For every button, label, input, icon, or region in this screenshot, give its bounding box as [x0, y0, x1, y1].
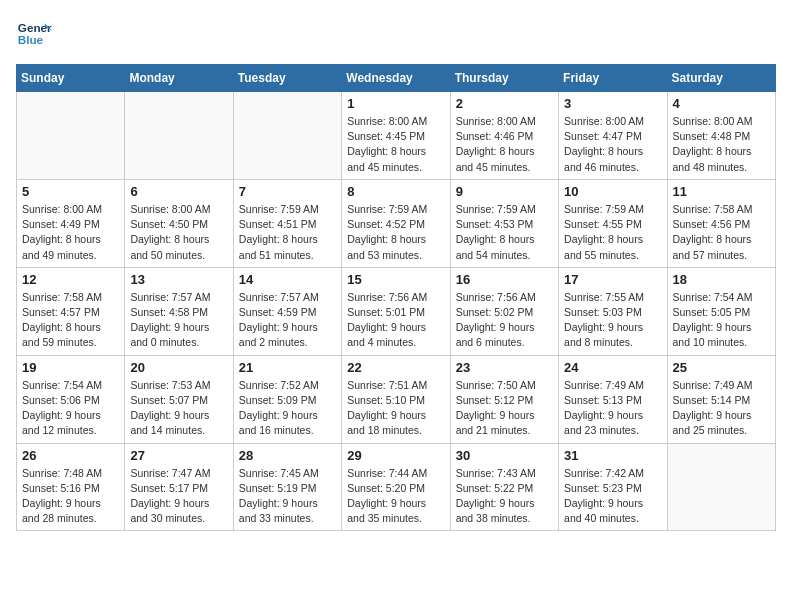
day-number: 16: [456, 272, 553, 287]
calendar-header: SundayMondayTuesdayWednesdayThursdayFrid…: [17, 65, 776, 92]
day-number: 1: [347, 96, 444, 111]
day-info: Sunrise: 7:45 AMSunset: 5:19 PMDaylight:…: [239, 466, 336, 527]
day-info: Sunrise: 8:00 AMSunset: 4:46 PMDaylight:…: [456, 114, 553, 175]
weekday-header-tuesday: Tuesday: [233, 65, 341, 92]
day-info: Sunrise: 7:52 AMSunset: 5:09 PMDaylight:…: [239, 378, 336, 439]
day-info: Sunrise: 7:59 AMSunset: 4:52 PMDaylight:…: [347, 202, 444, 263]
day-number: 23: [456, 360, 553, 375]
calendar-cell: 26Sunrise: 7:48 AMSunset: 5:16 PMDayligh…: [17, 443, 125, 531]
calendar-cell: 17Sunrise: 7:55 AMSunset: 5:03 PMDayligh…: [559, 267, 667, 355]
calendar-cell: 1Sunrise: 8:00 AMSunset: 4:45 PMDaylight…: [342, 92, 450, 180]
calendar-cell: 7Sunrise: 7:59 AMSunset: 4:51 PMDaylight…: [233, 179, 341, 267]
day-info: Sunrise: 8:00 AMSunset: 4:50 PMDaylight:…: [130, 202, 227, 263]
day-info: Sunrise: 7:49 AMSunset: 5:13 PMDaylight:…: [564, 378, 661, 439]
day-number: 3: [564, 96, 661, 111]
day-info: Sunrise: 7:56 AMSunset: 5:02 PMDaylight:…: [456, 290, 553, 351]
day-info: Sunrise: 7:44 AMSunset: 5:20 PMDaylight:…: [347, 466, 444, 527]
weekday-header-row: SundayMondayTuesdayWednesdayThursdayFrid…: [17, 65, 776, 92]
day-info: Sunrise: 8:00 AMSunset: 4:49 PMDaylight:…: [22, 202, 119, 263]
calendar-cell: 21Sunrise: 7:52 AMSunset: 5:09 PMDayligh…: [233, 355, 341, 443]
calendar-cell: 20Sunrise: 7:53 AMSunset: 5:07 PMDayligh…: [125, 355, 233, 443]
weekday-header-sunday: Sunday: [17, 65, 125, 92]
calendar-cell: 28Sunrise: 7:45 AMSunset: 5:19 PMDayligh…: [233, 443, 341, 531]
day-info: Sunrise: 7:48 AMSunset: 5:16 PMDaylight:…: [22, 466, 119, 527]
calendar-cell: 8Sunrise: 7:59 AMSunset: 4:52 PMDaylight…: [342, 179, 450, 267]
day-number: 31: [564, 448, 661, 463]
day-number: 4: [673, 96, 770, 111]
calendar-cell: 31Sunrise: 7:42 AMSunset: 5:23 PMDayligh…: [559, 443, 667, 531]
calendar-cell: 18Sunrise: 7:54 AMSunset: 5:05 PMDayligh…: [667, 267, 775, 355]
day-info: Sunrise: 7:42 AMSunset: 5:23 PMDaylight:…: [564, 466, 661, 527]
day-number: 17: [564, 272, 661, 287]
day-number: 20: [130, 360, 227, 375]
calendar-cell: 12Sunrise: 7:58 AMSunset: 4:57 PMDayligh…: [17, 267, 125, 355]
day-number: 30: [456, 448, 553, 463]
calendar-cell: 25Sunrise: 7:49 AMSunset: 5:14 PMDayligh…: [667, 355, 775, 443]
calendar-cell: 19Sunrise: 7:54 AMSunset: 5:06 PMDayligh…: [17, 355, 125, 443]
weekday-header-thursday: Thursday: [450, 65, 558, 92]
day-number: 21: [239, 360, 336, 375]
week-row-0: 1Sunrise: 8:00 AMSunset: 4:45 PMDaylight…: [17, 92, 776, 180]
day-info: Sunrise: 7:53 AMSunset: 5:07 PMDaylight:…: [130, 378, 227, 439]
day-info: Sunrise: 7:54 AMSunset: 5:05 PMDaylight:…: [673, 290, 770, 351]
calendar-cell: 11Sunrise: 7:58 AMSunset: 4:56 PMDayligh…: [667, 179, 775, 267]
calendar-cell: 16Sunrise: 7:56 AMSunset: 5:02 PMDayligh…: [450, 267, 558, 355]
calendar-cell: [233, 92, 341, 180]
day-info: Sunrise: 7:49 AMSunset: 5:14 PMDaylight:…: [673, 378, 770, 439]
logo-icon: General Blue: [16, 16, 52, 52]
day-number: 18: [673, 272, 770, 287]
day-info: Sunrise: 7:58 AMSunset: 4:57 PMDaylight:…: [22, 290, 119, 351]
day-number: 13: [130, 272, 227, 287]
day-info: Sunrise: 7:55 AMSunset: 5:03 PMDaylight:…: [564, 290, 661, 351]
day-number: 14: [239, 272, 336, 287]
day-number: 27: [130, 448, 227, 463]
day-info: Sunrise: 8:00 AMSunset: 4:45 PMDaylight:…: [347, 114, 444, 175]
day-number: 26: [22, 448, 119, 463]
calendar-cell: 9Sunrise: 7:59 AMSunset: 4:53 PMDaylight…: [450, 179, 558, 267]
week-row-4: 26Sunrise: 7:48 AMSunset: 5:16 PMDayligh…: [17, 443, 776, 531]
calendar-cell: 5Sunrise: 8:00 AMSunset: 4:49 PMDaylight…: [17, 179, 125, 267]
day-info: Sunrise: 7:56 AMSunset: 5:01 PMDaylight:…: [347, 290, 444, 351]
day-info: Sunrise: 8:00 AMSunset: 4:48 PMDaylight:…: [673, 114, 770, 175]
day-info: Sunrise: 7:57 AMSunset: 4:59 PMDaylight:…: [239, 290, 336, 351]
calendar-cell: 2Sunrise: 8:00 AMSunset: 4:46 PMDaylight…: [450, 92, 558, 180]
day-number: 9: [456, 184, 553, 199]
calendar-cell: 24Sunrise: 7:49 AMSunset: 5:13 PMDayligh…: [559, 355, 667, 443]
day-info: Sunrise: 7:59 AMSunset: 4:55 PMDaylight:…: [564, 202, 661, 263]
header: General Blue: [16, 16, 776, 52]
day-number: 8: [347, 184, 444, 199]
calendar-cell: 10Sunrise: 7:59 AMSunset: 4:55 PMDayligh…: [559, 179, 667, 267]
svg-text:Blue: Blue: [18, 33, 44, 46]
day-number: 10: [564, 184, 661, 199]
calendar-cell: 13Sunrise: 7:57 AMSunset: 4:58 PMDayligh…: [125, 267, 233, 355]
day-number: 11: [673, 184, 770, 199]
day-number: 29: [347, 448, 444, 463]
weekday-header-monday: Monday: [125, 65, 233, 92]
calendar-cell: 4Sunrise: 8:00 AMSunset: 4:48 PMDaylight…: [667, 92, 775, 180]
calendar-cell: 14Sunrise: 7:57 AMSunset: 4:59 PMDayligh…: [233, 267, 341, 355]
day-number: 19: [22, 360, 119, 375]
calendar-cell: 6Sunrise: 8:00 AMSunset: 4:50 PMDaylight…: [125, 179, 233, 267]
day-info: Sunrise: 7:58 AMSunset: 4:56 PMDaylight:…: [673, 202, 770, 263]
calendar-cell: 27Sunrise: 7:47 AMSunset: 5:17 PMDayligh…: [125, 443, 233, 531]
calendar-table: SundayMondayTuesdayWednesdayThursdayFrid…: [16, 64, 776, 531]
day-number: 12: [22, 272, 119, 287]
day-number: 22: [347, 360, 444, 375]
day-info: Sunrise: 7:59 AMSunset: 4:51 PMDaylight:…: [239, 202, 336, 263]
day-number: 7: [239, 184, 336, 199]
day-number: 15: [347, 272, 444, 287]
day-number: 5: [22, 184, 119, 199]
day-info: Sunrise: 7:43 AMSunset: 5:22 PMDaylight:…: [456, 466, 553, 527]
week-row-1: 5Sunrise: 8:00 AMSunset: 4:49 PMDaylight…: [17, 179, 776, 267]
calendar-cell: 15Sunrise: 7:56 AMSunset: 5:01 PMDayligh…: [342, 267, 450, 355]
calendar-cell: [17, 92, 125, 180]
logo: General Blue: [16, 16, 52, 52]
calendar-cell: [667, 443, 775, 531]
day-info: Sunrise: 7:51 AMSunset: 5:10 PMDaylight:…: [347, 378, 444, 439]
weekday-header-wednesday: Wednesday: [342, 65, 450, 92]
day-info: Sunrise: 7:47 AMSunset: 5:17 PMDaylight:…: [130, 466, 227, 527]
calendar-cell: 30Sunrise: 7:43 AMSunset: 5:22 PMDayligh…: [450, 443, 558, 531]
week-row-3: 19Sunrise: 7:54 AMSunset: 5:06 PMDayligh…: [17, 355, 776, 443]
calendar-cell: 3Sunrise: 8:00 AMSunset: 4:47 PMDaylight…: [559, 92, 667, 180]
calendar-cell: 23Sunrise: 7:50 AMSunset: 5:12 PMDayligh…: [450, 355, 558, 443]
